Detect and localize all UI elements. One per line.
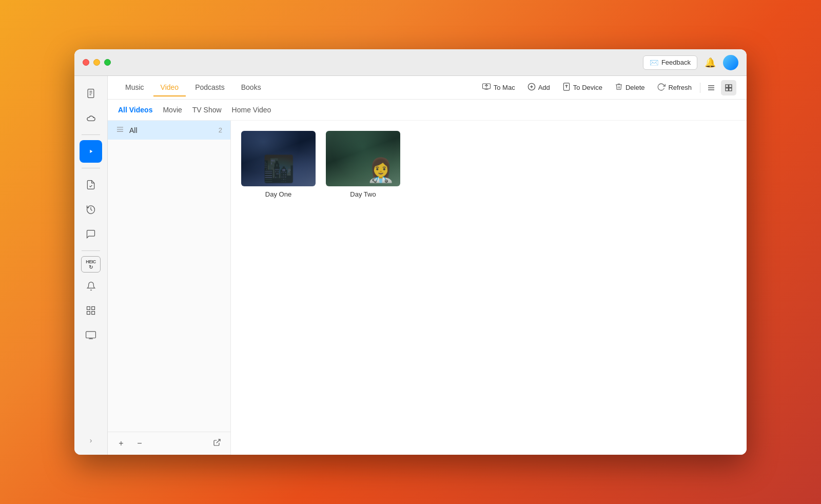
titlebar: ✉️ Feedback 🔔 [74, 49, 747, 76]
list-view-button[interactable] [703, 80, 719, 95]
minimize-button[interactable] [93, 59, 100, 66]
svg-rect-8 [92, 312, 95, 315]
sidebar-icon-music[interactable] [80, 140, 102, 163]
sidebar-divider-lower [82, 250, 100, 251]
feedback-label: Feedback [661, 59, 691, 66]
plus-icon: + [119, 439, 123, 448]
sidebar-icon-chat[interactable] [80, 223, 102, 245]
delete-label: Delete [625, 84, 645, 91]
videos-grid: Day One Day Two [231, 121, 747, 455]
main-layout: HEIC ↻ [74, 76, 747, 455]
sub-nav-home-video[interactable]: Home Video [232, 105, 271, 115]
add-icon [527, 83, 536, 92]
add-button[interactable]: Add [522, 80, 555, 95]
sidebar-icon-transfer[interactable] [80, 173, 102, 196]
sidebar-icon-bell[interactable] [80, 275, 102, 297]
heic-label: HEIC [86, 259, 96, 264]
svg-rect-23 [729, 85, 732, 87]
view-divider [700, 83, 700, 93]
notification-bell-button[interactable]: 🔔 [702, 55, 718, 70]
svg-rect-9 [86, 332, 96, 338]
tab-actions: To Mac Add [477, 80, 736, 95]
sidebar-expand-arrow[interactable]: › [80, 432, 102, 449]
content-area: Music Video Podcasts Books [108, 76, 747, 455]
video-thumb-day-two [326, 131, 400, 186]
sub-nav-tv-show[interactable]: TV Show [192, 105, 222, 115]
bell-icon: 🔔 [705, 57, 716, 68]
playlist-all-label: All [129, 126, 213, 134]
sidebar-icon-heic[interactable]: HEIC ↻ [81, 256, 101, 273]
playlist-add-button[interactable]: + [114, 436, 128, 451]
refresh-label: Refresh [668, 84, 692, 91]
refresh-button[interactable]: Refresh [652, 80, 697, 95]
video-label-day-one: Day One [265, 190, 291, 198]
sub-nav-movie[interactable]: Movie [163, 105, 182, 115]
svg-rect-7 [87, 312, 90, 315]
delete-icon [615, 82, 623, 93]
playlist-panel: All 2 + − [108, 121, 231, 455]
feedback-envelope-icon: ✉️ [650, 59, 658, 67]
svg-rect-25 [729, 88, 732, 90]
sub-nav-all-videos[interactable]: All Videos [118, 105, 152, 115]
minus-icon: − [137, 439, 142, 448]
to-mac-icon [482, 83, 491, 92]
tab-bar: Music Video Podcasts Books [108, 76, 747, 100]
playlist-remove-button[interactable]: − [132, 436, 147, 451]
app-window: ✉️ Feedback 🔔 [74, 49, 747, 455]
tab-podcasts[interactable]: Podcasts [188, 79, 232, 96]
playlist-export-button[interactable] [210, 436, 224, 451]
tab-books[interactable]: Books [234, 79, 268, 96]
sidebar-icon-file[interactable] [80, 82, 102, 105]
traffic-lights [83, 59, 111, 66]
tab-items: Music Video Podcasts Books [118, 79, 268, 96]
svg-rect-24 [726, 88, 728, 90]
user-avatar-button[interactable] [723, 55, 738, 70]
to-mac-button[interactable]: To Mac [477, 80, 520, 95]
titlebar-right: ✉️ Feedback 🔔 [643, 55, 738, 70]
video-item-day-two[interactable]: Day Two [326, 131, 400, 198]
refresh-icon [657, 83, 666, 93]
playlist-all-icon [116, 126, 124, 134]
svg-line-29 [217, 439, 220, 443]
svg-rect-5 [87, 307, 90, 310]
playlist-bottom-bar: + − [108, 432, 230, 455]
video-label-day-two: Day Two [350, 190, 376, 198]
body-area: All 2 + − [108, 121, 747, 455]
sidebar-divider-top [82, 134, 100, 135]
delete-button[interactable]: Delete [610, 80, 650, 95]
svg-rect-6 [92, 307, 95, 310]
playlist-all-count: 2 [219, 126, 222, 134]
add-label: Add [538, 84, 550, 91]
close-button[interactable] [83, 59, 89, 66]
sidebar-divider-mid [82, 168, 100, 168]
svg-rect-0 [88, 89, 94, 98]
to-device-button[interactable]: To Device [557, 80, 608, 95]
to-device-label: To Device [573, 84, 602, 91]
playlist-item-all[interactable]: All 2 [108, 121, 230, 140]
tab-video[interactable]: Video [153, 79, 186, 96]
to-device-icon [562, 82, 571, 93]
sub-nav: All Videos Movie TV Show Home Video [108, 100, 747, 121]
grid-view-button[interactable] [721, 80, 736, 95]
to-mac-label: To Mac [494, 84, 515, 91]
maximize-button[interactable] [104, 59, 111, 66]
tab-music[interactable]: Music [118, 79, 151, 96]
video-thumb-day-one [241, 131, 316, 186]
sidebar-icon-appstore[interactable] [80, 299, 102, 322]
sidebar: HEIC ↻ [74, 76, 108, 455]
sidebar-icon-screen[interactable] [80, 324, 102, 346]
sidebar-icon-history[interactable] [80, 198, 102, 221]
sidebar-icon-cloud[interactable] [80, 107, 102, 129]
export-icon [213, 438, 221, 449]
video-item-day-one[interactable]: Day One [241, 131, 316, 198]
svg-rect-22 [726, 85, 728, 87]
feedback-button[interactable]: ✉️ Feedback [643, 55, 697, 70]
heic-arrow: ↻ [89, 264, 93, 270]
